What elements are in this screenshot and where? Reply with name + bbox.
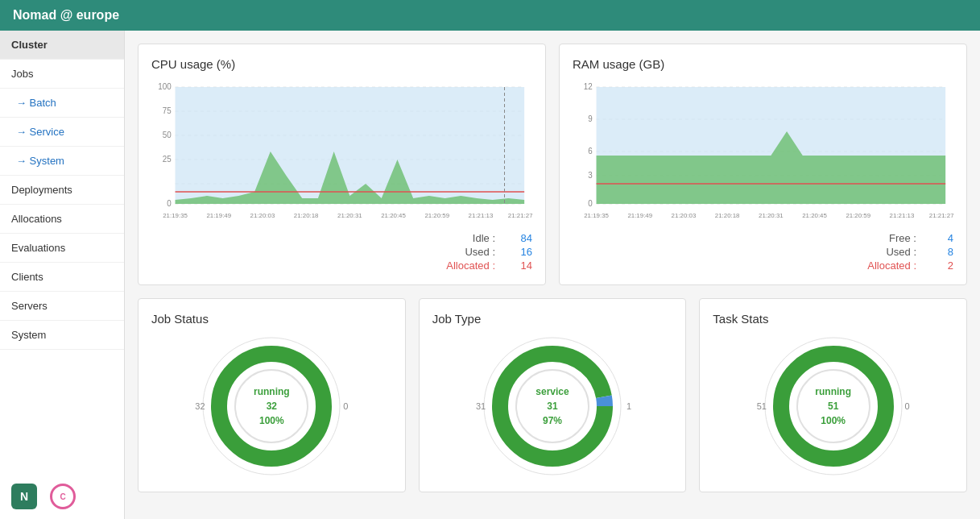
svg-text:100: 100 xyxy=(158,82,172,91)
cpu-chart-title: CPU usage (%) xyxy=(151,57,532,71)
ram-chart-svg: 12 9 6 3 0 21:19:35 21:19:49 xyxy=(573,79,953,224)
svg-text:21:20:03: 21:20:03 xyxy=(672,212,697,219)
svg-text:9: 9 xyxy=(588,114,593,123)
cpu-chart-card: CPU usage (%) 100 75 50 25 xyxy=(138,44,546,285)
cpu-legend: Idle : 84 Used : 16 Allocated : 14 xyxy=(151,232,532,272)
svg-text:21:20:03: 21:20:03 xyxy=(250,212,275,219)
ram-free-label: Free : xyxy=(852,232,916,244)
main-content: CPU usage (%) 100 75 50 25 xyxy=(125,31,980,519)
sidebar-item-deployments[interactable]: Deployments xyxy=(0,176,124,205)
sidebar-item-evaluations[interactable]: Evaluations xyxy=(0,234,124,263)
ram-allocated-label: Allocated : xyxy=(852,260,916,272)
svg-text:0: 0 xyxy=(588,199,593,208)
job-type-left-label: 31 xyxy=(476,401,486,411)
svg-text:21:20:31: 21:20:31 xyxy=(337,212,362,219)
job-type-card: Job Type service 31 97% xyxy=(419,298,687,492)
sidebar-item-cluster[interactable]: Cluster xyxy=(0,31,124,60)
charts-row: CPU usage (%) 100 75 50 25 xyxy=(138,44,967,285)
ram-used-value: 8 xyxy=(929,246,953,258)
svg-text:25: 25 xyxy=(163,155,172,164)
svg-text:12: 12 xyxy=(584,82,593,91)
sidebar-item-clients[interactable]: Clients xyxy=(0,263,124,292)
svg-text:21:19:35: 21:19:35 xyxy=(584,212,609,219)
sidebar-item-batch[interactable]: → Batch xyxy=(0,89,124,118)
svg-text:21:20:45: 21:20:45 xyxy=(802,212,827,219)
consul-icon[interactable]: C xyxy=(50,484,76,509)
svg-text:21:21:27: 21:21:27 xyxy=(508,212,532,219)
svg-text:21:19:49: 21:19:49 xyxy=(206,212,231,219)
svg-text:50: 50 xyxy=(163,131,172,139)
ram-used-label: Used : xyxy=(852,246,916,258)
svg-text:21:21:13: 21:21:13 xyxy=(469,212,494,219)
svg-text:21:21:13: 21:21:13 xyxy=(890,212,915,219)
svg-text:21:20:59: 21:20:59 xyxy=(424,212,449,219)
ram-chart-card: RAM usage (GB) 12 9 6 3 0 xyxy=(559,44,967,285)
cpu-allocated-label: Allocated : xyxy=(431,260,495,272)
cpu-idle-label: Idle : xyxy=(431,232,495,244)
task-stats-donut: running 51 100% 51 0 xyxy=(761,334,906,479)
sidebar-item-servers[interactable]: Servers xyxy=(0,292,124,321)
bottom-row: Job Status running 32 100% 32 0 xyxy=(138,298,967,492)
ram-allocated-value: 2 xyxy=(929,260,953,272)
svg-text:21:19:35: 21:19:35 xyxy=(163,212,188,219)
svg-text:21:19:49: 21:19:49 xyxy=(627,212,652,219)
task-stats-card: Task Stats running 51 100% 51 0 xyxy=(699,298,967,492)
job-type-title: Job Type xyxy=(432,312,482,326)
svg-text:21:20:18: 21:20:18 xyxy=(715,212,740,219)
sidebar-icons: N C xyxy=(0,474,124,519)
top-bar: Nomad @ europe xyxy=(0,0,980,31)
svg-text:6: 6 xyxy=(588,147,593,156)
cpu-chart-area: 100 75 50 25 0 21:19:35 xyxy=(151,79,532,224)
sidebar-item-service[interactable]: → Service xyxy=(0,118,124,147)
ram-chart-area: 12 9 6 3 0 21:19:35 21:19:49 xyxy=(573,79,953,224)
ram-chart-title: RAM usage (GB) xyxy=(573,57,953,71)
job-type-right-label: 1 xyxy=(626,401,631,411)
cpu-used-label: Used : xyxy=(431,246,495,258)
job-type-donut: service 31 97% 31 1 xyxy=(480,334,625,479)
task-stats-title: Task Stats xyxy=(713,312,768,326)
job-status-card: Job Status running 32 100% 32 0 xyxy=(138,298,406,492)
nomad-icon[interactable]: N xyxy=(11,484,37,509)
job-status-right-label: 0 xyxy=(343,401,348,411)
cpu-allocated-value: 14 xyxy=(508,260,532,272)
app-title: Nomad @ europe xyxy=(13,8,119,23)
job-status-left-label: 32 xyxy=(195,401,205,411)
svg-marker-11 xyxy=(176,87,525,204)
cpu-used-value: 16 xyxy=(508,246,532,258)
svg-text:21:20:31: 21:20:31 xyxy=(759,212,784,219)
svg-text:0: 0 xyxy=(167,199,172,208)
cpu-chart-svg: 100 75 50 25 0 21:19:35 xyxy=(151,79,532,224)
svg-text:21:20:45: 21:20:45 xyxy=(381,212,406,219)
svg-text:21:21:27: 21:21:27 xyxy=(929,212,953,219)
job-status-title: Job Status xyxy=(151,312,209,326)
cpu-idle-value: 84 xyxy=(508,232,532,244)
svg-text:75: 75 xyxy=(163,106,172,115)
sidebar-item-jobs[interactable]: Jobs xyxy=(0,60,124,89)
job-type-center-label: service 31 97% xyxy=(535,384,569,428)
ram-legend: Free : 4 Used : 8 Allocated : 2 xyxy=(573,232,953,272)
sidebar-item-system2[interactable]: System xyxy=(0,321,124,350)
ram-free-value: 4 xyxy=(929,232,953,244)
svg-text:21:20:18: 21:20:18 xyxy=(294,212,319,219)
job-status-center-label: running 32 100% xyxy=(254,384,290,428)
sidebar-item-system[interactable]: → System xyxy=(0,147,124,176)
sidebar: Cluster Jobs → Batch → Service → System … xyxy=(0,31,125,519)
task-stats-right-label: 0 xyxy=(905,401,910,411)
svg-text:3: 3 xyxy=(588,171,593,180)
task-stats-center-label: running 51 100% xyxy=(815,384,851,428)
sidebar-item-allocations[interactable]: Allocations xyxy=(0,205,124,234)
job-status-donut: running 32 100% 32 0 xyxy=(199,334,344,479)
task-stats-left-label: 51 xyxy=(757,401,767,411)
svg-text:21:20:59: 21:20:59 xyxy=(846,212,870,219)
